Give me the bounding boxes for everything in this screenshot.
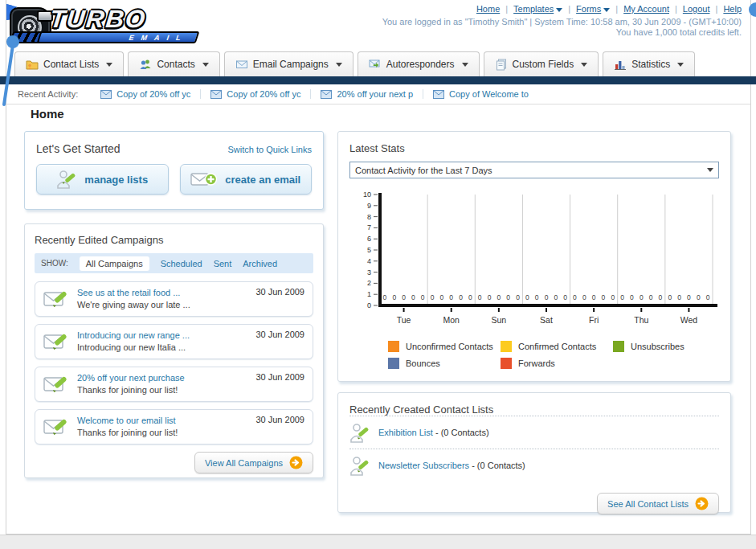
- filter-sent[interactable]: Sent: [214, 259, 232, 268]
- campaign-title-link[interactable]: See us at the retail food ...: [77, 287, 247, 299]
- header-link-my-account[interactable]: My Account: [623, 4, 669, 14]
- contact-list-row[interactable]: Newsletter Subscribers - (0 Contacts): [349, 449, 719, 481]
- campaign-title-link[interactable]: Introducing our new range ...: [77, 330, 247, 342]
- nav-divider-bar: [0, 76, 756, 84]
- manage-lists-button[interactable]: manage lists: [36, 164, 169, 195]
- svg-text:3: 3: [367, 268, 371, 277]
- filter-scheduled[interactable]: Scheduled: [161, 259, 202, 268]
- svg-text:0: 0: [367, 301, 371, 309]
- campaign-title-link[interactable]: 20% off your next purchase: [77, 372, 247, 384]
- recent-contact-lists-panel: Recently Created Contact Lists Exhibitio…: [337, 392, 731, 513]
- svg-text:0: 0: [478, 293, 482, 301]
- contact-list-link[interactable]: Exhibition List: [378, 428, 433, 437]
- nav-tab-custom-fields[interactable]: Custom Fields: [484, 51, 599, 76]
- page-title: Home: [31, 107, 64, 121]
- svg-text:0: 0: [620, 293, 624, 301]
- nav-tab-autoresponders[interactable]: Autoresponders: [358, 51, 480, 76]
- nav-tab-statistics[interactable]: Statistics: [603, 51, 695, 76]
- see-all-contact-lists-button[interactable]: See All Contact Lists: [597, 493, 719, 514]
- campaign-date: 30 Jun 2009: [255, 372, 304, 382]
- legend-item: Unconfirmed Contacts: [388, 341, 501, 352]
- header-link-home[interactable]: Home: [476, 4, 500, 14]
- arrow-circle-icon: [289, 456, 303, 469]
- logo-title: TURBO: [48, 5, 148, 34]
- legend-label: Unconfirmed Contacts: [406, 342, 493, 351]
- campaign-subtitle: Thanks for joining our list!: [77, 384, 247, 396]
- caret-down-icon: [581, 63, 587, 67]
- contact-activity-chart: 01234567891000000Tue00000Mon00000Sun0000…: [356, 188, 719, 338]
- filter-all-campaigns[interactable]: All Campaigns: [80, 256, 149, 271]
- header-link-templates[interactable]: Templates: [513, 4, 562, 14]
- statistics-icon: [614, 58, 627, 71]
- svg-text:Mon: Mon: [443, 315, 460, 325]
- stats-selected-option: Contact Activity for the Last 7 Days: [355, 166, 492, 175]
- main-nav: Contact Lists Contacts Email Campaigns A…: [14, 51, 695, 76]
- footer-band: [0, 535, 756, 549]
- recent-activity-item[interactable]: Copy of 20% off yc: [91, 89, 200, 99]
- contact-list-row[interactable]: Exhibition List - (0 Contacts): [349, 416, 719, 449]
- campaign-envelope-pencil-icon: [43, 373, 69, 395]
- create-email-button[interactable]: create an email: [180, 164, 313, 195]
- svg-text:0: 0: [687, 293, 691, 301]
- email-campaigns-icon: [235, 58, 248, 71]
- credits-info: You have 1,000 total credits left.: [616, 27, 742, 37]
- svg-text:0: 0: [468, 293, 472, 301]
- view-all-campaigns-button[interactable]: View All Campaigns: [194, 452, 313, 473]
- app-logo: TURBO EMAIL: [10, 4, 219, 47]
- caret-down-icon: [677, 63, 684, 67]
- campaign-row[interactable]: Welcome to our email list Thanks for joi…: [35, 409, 313, 445]
- svg-text:1: 1: [367, 290, 371, 298]
- svg-text:0: 0: [630, 293, 634, 301]
- svg-text:5: 5: [367, 246, 371, 254]
- caret-down-icon: [556, 8, 562, 12]
- header-link-help[interactable]: Help: [723, 4, 742, 14]
- caret-down-icon: [336, 63, 342, 67]
- svg-text:0: 0: [563, 293, 567, 301]
- svg-text:0: 0: [677, 293, 681, 301]
- campaigns-title: Recently Edited Campaigns: [35, 234, 313, 246]
- legend-item: Confirmed Contacts: [501, 341, 613, 352]
- callout-pin-line: [0, 34, 24, 108]
- recent-activity-bar: Recent Activity: Copy of 20% off yc Copy…: [6, 84, 750, 104]
- svg-text:0: 0: [497, 293, 501, 301]
- campaign-row[interactable]: Introducing our new range ... Introducin…: [35, 324, 313, 359]
- legend-swatch-icon: [613, 341, 624, 352]
- svg-text:Thu: Thu: [634, 315, 648, 325]
- legend-swatch-icon: [501, 341, 512, 352]
- header-link-logout[interactable]: Logout: [683, 4, 710, 14]
- header-link-forms[interactable]: Forms: [576, 4, 610, 14]
- svg-text:0: 0: [421, 293, 425, 301]
- svg-text:0: 0: [602, 293, 606, 301]
- svg-text:0: 0: [411, 293, 415, 301]
- stats-period-select[interactable]: Contact Activity for the Last 7 Days: [349, 162, 719, 178]
- campaign-envelope-pencil-icon: [43, 288, 69, 310]
- filter-archived[interactable]: Archived: [243, 259, 277, 268]
- recent-activity-item[interactable]: Copy of 20% off yc: [200, 89, 310, 99]
- nav-tab-contacts[interactable]: Contacts: [128, 51, 219, 76]
- svg-text:0: 0: [640, 293, 644, 301]
- separator: |: [505, 4, 508, 14]
- nav-tab-contact-lists[interactable]: Contact Lists: [14, 51, 124, 76]
- person-pencil-icon: [349, 455, 370, 476]
- switch-quick-links[interactable]: Switch to Quick Links: [227, 145, 312, 154]
- svg-text:0: 0: [592, 293, 596, 301]
- svg-text:0: 0: [706, 293, 710, 301]
- legend-label: Forwards: [518, 358, 555, 368]
- svg-text:0: 0: [392, 293, 396, 301]
- campaign-title-link[interactable]: Welcome to our email list: [77, 415, 247, 427]
- svg-text:0: 0: [402, 293, 406, 301]
- campaign-row[interactable]: See us at the retail food ... We're givi…: [35, 281, 313, 317]
- recent-activity-item[interactable]: 20% off your next p: [310, 89, 423, 99]
- svg-text:0: 0: [545, 293, 549, 301]
- get-started-panel: Let's Get Started Switch to Quick Links …: [24, 131, 324, 210]
- svg-text:0: 0: [611, 293, 615, 301]
- contact-list-link[interactable]: Newsletter Subscribers: [378, 461, 469, 470]
- recent-campaigns-panel: Recently Edited Campaigns SHOW: All Camp…: [24, 223, 324, 478]
- contact-lists-icon: [26, 58, 39, 71]
- nav-tab-email-campaigns[interactable]: Email Campaigns: [224, 51, 353, 76]
- svg-text:0: 0: [697, 293, 701, 301]
- recent-activity-item[interactable]: Copy of Welcome to: [423, 89, 538, 99]
- svg-text:0: 0: [582, 293, 586, 301]
- session-info: You are logged in as "Timothy Smith" | S…: [382, 17, 742, 27]
- campaign-row[interactable]: 20% off your next purchase Thanks for jo…: [35, 367, 313, 402]
